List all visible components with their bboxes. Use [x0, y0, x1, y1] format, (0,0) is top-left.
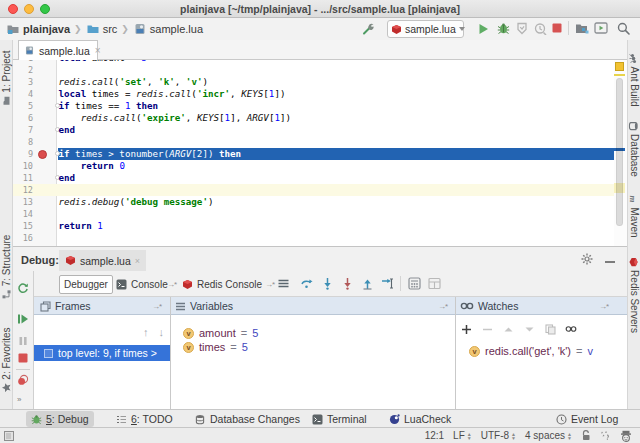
breadcrumb-project[interactable]: plainjava — [23, 23, 70, 35]
breadcrumb-src[interactable]: src — [103, 23, 118, 35]
tool-stripe-button-maven[interactable]: mMaven — [629, 194, 640, 237]
more-actions-icon[interactable]: » — [17, 395, 21, 404]
pin-tab-icon[interactable]: →* — [167, 280, 176, 289]
tab-debugger[interactable]: Debugger — [59, 275, 113, 294]
settings-gear-icon[interactable] — [581, 253, 593, 265]
tab-console-label: Console — [131, 279, 168, 290]
tab-redis-console[interactable]: Redis Console — [182, 275, 262, 294]
tool-stripe-button--project[interactable]: 1: Project — [1, 50, 12, 105]
editor-line[interactable]: 14 — [13, 208, 614, 220]
editor-line[interactable]: 2 — [13, 64, 614, 76]
frame-row-selected[interactable]: top level: 9, if times > — [34, 345, 170, 361]
indent-select[interactable]: 4 spaces▲▼ — [525, 430, 572, 441]
editor-line[interactable]: 13redis.debug('debug message') — [13, 196, 614, 208]
frames-panel: ↑ ↓ top level: 9, if times > — [34, 315, 170, 410]
editor-line[interactable]: 4local times = redis.call('incr', KEYS[1… — [13, 88, 614, 100]
editor-line[interactable]: 12 — [13, 184, 614, 196]
close-tab-icon[interactable]: × — [135, 256, 140, 266]
tool-window-button-luacheck[interactable]: LuaCheck — [384, 411, 456, 427]
pin-panel-icon[interactable]: →* — [438, 302, 447, 311]
copy-watch-icon[interactable] — [544, 323, 556, 335]
move-watch-up-icon[interactable] — [502, 323, 514, 335]
editor-line[interactable]: 6 redis.call('expire', KEYS[1], ARGV[1]) — [13, 112, 614, 124]
editor-line[interactable]: 16 — [13, 232, 614, 244]
add-watch-icon[interactable] — [460, 323, 472, 335]
resume-icon[interactable] — [17, 313, 29, 325]
frame-up-icon[interactable]: ↑ — [143, 326, 149, 338]
code-editor[interactable]: 1local amount = 523redis.call('set', 'k'… — [13, 60, 614, 246]
step-into-icon[interactable] — [321, 277, 334, 290]
editor-line[interactable]: 3redis.call('set', 'k', 'v') — [13, 76, 614, 88]
lock-icon[interactable] — [581, 430, 591, 441]
restore-layout-icon[interactable] — [428, 277, 441, 290]
pin-panel-icon[interactable]: →* — [599, 302, 608, 311]
variable-row[interactable]: vamount = 5 — [183, 326, 258, 340]
stop-button[interactable] — [552, 23, 562, 33]
view-breakpoints-icon[interactable] — [17, 374, 29, 386]
rerun-icon[interactable] — [17, 282, 29, 294]
attach-to-process-icon[interactable] — [575, 22, 589, 35]
hector-inspector-icon[interactable] — [620, 430, 632, 442]
editor-scrollbar[interactable] — [616, 78, 623, 226]
editor-line[interactable]: 11end — [13, 172, 614, 184]
editor-line[interactable]: 10 return 0 — [13, 160, 614, 172]
tool-window-button-database-changes[interactable]: Database Changes — [190, 411, 305, 427]
tab-console[interactable]: Console — [116, 275, 168, 294]
event-log-button[interactable]: Event Log — [551, 411, 623, 427]
step-over-icon[interactable] — [300, 277, 314, 290]
code-text: redis.call('set', 'k', 'v') — [59, 76, 209, 88]
hide-tool-window-icon[interactable] — [604, 253, 616, 265]
tool-stripe-button-database[interactable]: Database — [629, 121, 640, 177]
encoding-select[interactable]: UTF-8▲▼ — [481, 430, 516, 441]
step-out-icon[interactable] — [361, 277, 374, 290]
remove-watch-icon[interactable] — [481, 323, 493, 335]
pin-tab-icon[interactable]: →* — [265, 280, 274, 289]
tool-window-button-terminal[interactable]: Terminal — [307, 411, 372, 427]
editor-line[interactable]: 7end — [13, 124, 614, 136]
screencast-icon[interactable] — [594, 22, 608, 34]
breadcrumb-file[interactable]: sample.lua — [150, 23, 203, 35]
debug-button[interactable] — [497, 22, 510, 35]
close-tab-icon[interactable]: × — [95, 46, 101, 56]
editor-line[interactable]: 15return 1 — [13, 220, 614, 232]
editor-line[interactable]: 9if times > tonumber(ARGV[2]) then — [13, 148, 614, 160]
caret-position[interactable]: 12:1 — [425, 430, 444, 441]
run-configuration-select[interactable]: sample.lua — [387, 20, 464, 38]
breadcrumb: plainjava ❯ src ❯ sample.lua — [6, 18, 203, 40]
frame-down-icon[interactable]: ↓ — [159, 326, 165, 338]
tool-stripe-button-redis-servers[interactable]: Redis Servers — [629, 257, 640, 333]
variable-row[interactable]: vtimes = 5 — [183, 340, 248, 354]
run-button[interactable] — [478, 23, 489, 35]
move-watch-down-icon[interactable] — [523, 323, 535, 335]
run-to-cursor-icon[interactable] — [381, 277, 395, 290]
view-options-icon[interactable] — [277, 277, 290, 290]
warning-stripe-mark[interactable] — [614, 74, 625, 76]
editor-tab-sample-lua[interactable]: sample.lua × — [18, 40, 98, 60]
tool-stripe-button--structure[interactable]: 7: Structure — [1, 235, 12, 300]
line-separator-select[interactable]: LF▲▼ — [453, 430, 472, 441]
highlighting-level-icon[interactable] — [600, 430, 611, 442]
search-everywhere-icon[interactable] — [617, 22, 630, 35]
tool-window-toggle-icon[interactable] — [4, 431, 14, 441]
tool-stripe-button-ant-build[interactable]: Ant Build — [629, 53, 640, 106]
tool-window-button--debug[interactable]: 5: Debug — [26, 411, 94, 427]
pin-panel-icon[interactable]: →* — [152, 302, 161, 311]
profiler-icon[interactable] — [534, 22, 547, 35]
run-with-coverage-icon[interactable] — [516, 22, 528, 35]
show-watches-icon[interactable] — [565, 323, 577, 335]
tool-window-button--todo[interactable]: 6: TODO — [111, 411, 178, 427]
chevron-down-icon — [459, 27, 465, 31]
tool-stripe-button--favorites[interactable]: 2: Favorites — [1, 327, 12, 392]
breakpoint-icon[interactable] — [38, 150, 47, 159]
editor-line[interactable]: 5if times == 1 then — [13, 100, 614, 112]
frames-panel-title: Frames — [55, 300, 91, 312]
stop-icon[interactable] — [17, 352, 29, 364]
debug-session-tab[interactable]: sample.lua × — [59, 250, 146, 271]
variable-row[interactable]: vredis.call('get', 'k') = v — [469, 344, 593, 358]
force-step-into-icon[interactable] — [341, 277, 354, 290]
inspection-indicator[interactable] — [615, 62, 624, 71]
editor-line[interactable]: 8 — [13, 136, 614, 148]
evaluate-expression-icon[interactable] — [408, 277, 421, 290]
build-icon[interactable] — [362, 22, 376, 36]
pause-icon[interactable] — [17, 335, 29, 347]
